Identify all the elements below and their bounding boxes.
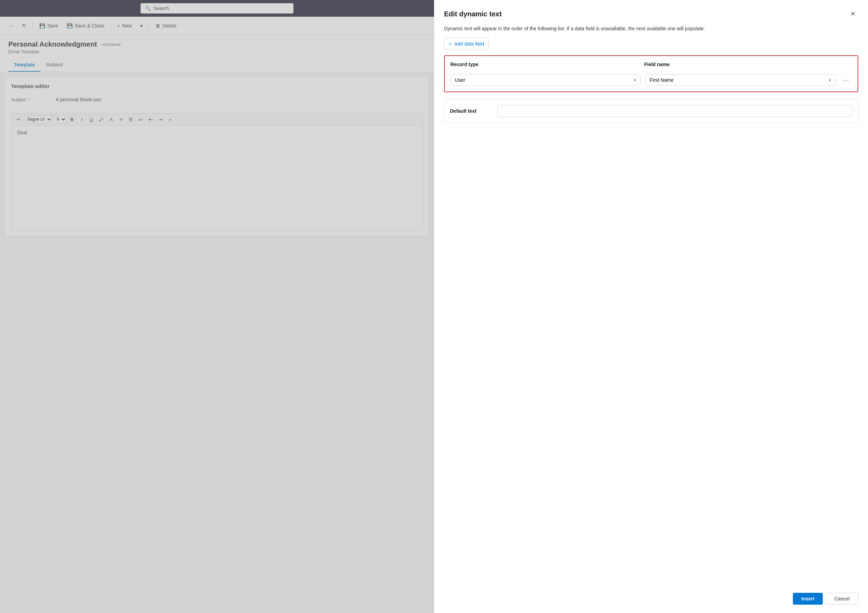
italic-button[interactable]: I xyxy=(78,116,86,123)
tab-related[interactable]: Related xyxy=(40,59,68,72)
modal-footer: Insert Cancel xyxy=(434,585,868,613)
page-title: Personal Acknowledgment xyxy=(8,40,97,48)
data-field-row: User ∨ First Name ∨ ··· xyxy=(450,74,852,86)
align-center-button[interactable]: ☰ xyxy=(127,116,135,123)
subject-field-row: Subject * A personal thank-you xyxy=(11,95,423,109)
unsaved-badge: - Unsaved xyxy=(100,42,120,47)
indent-decrease-button[interactable]: ⇤ xyxy=(146,116,155,123)
font-family-select[interactable]: Segoe UI xyxy=(24,115,52,123)
quote-button[interactable]: » xyxy=(166,116,174,123)
popout-icon: ⇱ xyxy=(22,23,26,28)
record-type-value: User xyxy=(455,77,465,83)
command-bar: ← ⇱ 💾 Save 💾 Save & Close + New ▾ 🗑 Dele… xyxy=(0,17,434,35)
tabs: Template Related xyxy=(8,59,426,72)
add-data-field-button[interactable]: + Add data field xyxy=(444,38,488,50)
delete-icon: 🗑 xyxy=(155,23,160,28)
editor-area: Template editor Subject * A personal tha… xyxy=(6,78,428,236)
field-name-chevron-icon: ∨ xyxy=(828,78,831,82)
required-star: * xyxy=(28,97,30,102)
page-subtitle: Email Template xyxy=(8,49,426,54)
data-field-container: Record type Field name User ∨ First Name… xyxy=(444,55,858,92)
page-header: Personal Acknowledgment - Unsaved Email … xyxy=(0,35,434,72)
search-text: Search xyxy=(154,6,169,11)
delete-label: Delete xyxy=(163,23,176,28)
delete-button[interactable]: 🗑 Delete xyxy=(152,21,180,31)
list-button[interactable]: ≔ xyxy=(136,116,145,123)
left-panel: 🔍 Search ← ⇱ 💾 Save 💾 Save & Close + New… xyxy=(0,0,434,613)
close-button[interactable]: ✕ xyxy=(847,8,858,20)
new-button[interactable]: + New xyxy=(114,21,135,31)
separator-3 xyxy=(149,22,149,30)
insert-button[interactable]: Insert xyxy=(793,593,823,605)
chevron-down-icon: ▾ xyxy=(140,23,143,28)
text-editor: ✏ Segoe UI 9 B I U 🖊 A ≡ ☰ ≔ ⇤ ⇥ » xyxy=(11,113,423,230)
top-nav: 🔍 Search xyxy=(0,0,434,17)
add-field-label: Add data field xyxy=(454,41,484,47)
save-icon: 💾 xyxy=(39,23,45,28)
bold-button[interactable]: B xyxy=(68,116,76,123)
save-close-button[interactable]: 💾 Save & Close xyxy=(63,21,108,31)
save-label: Save xyxy=(47,23,59,28)
record-type-header: Record type xyxy=(450,62,640,70)
modal-title: Edit dynamic text xyxy=(444,10,502,18)
new-label: New xyxy=(122,23,132,28)
record-type-chevron-icon: ∨ xyxy=(633,78,636,82)
back-button[interactable]: ← xyxy=(6,21,17,31)
editor-title: Template editor xyxy=(11,83,423,89)
save-button[interactable]: 💾 Save xyxy=(36,21,62,31)
modal-body: + Add data field Record type Field name … xyxy=(434,38,868,585)
default-text-input[interactable] xyxy=(497,105,852,117)
default-text-section: Default text xyxy=(444,99,858,123)
search-bar[interactable]: 🔍 Search xyxy=(141,3,293,14)
dropdown-button[interactable]: ▾ xyxy=(137,21,146,31)
editor-content[interactable]: Dear xyxy=(11,126,423,230)
underline-button[interactable]: U xyxy=(87,116,96,123)
toolbar: ✏ Segoe UI 9 B I U 🖊 A ≡ ☰ ≔ ⇤ ⇥ » xyxy=(11,113,423,126)
save-close-icon: 💾 xyxy=(67,23,73,28)
indent-increase-button[interactable]: ⇥ xyxy=(156,116,164,123)
popout-button[interactable]: ⇱ xyxy=(19,21,30,31)
record-type-dropdown[interactable]: User ∨ xyxy=(450,74,641,86)
default-text-label: Default text xyxy=(450,108,492,114)
modal-header: Edit dynamic text ✕ xyxy=(434,0,868,25)
paint-icon[interactable]: ✏ xyxy=(14,116,23,123)
plus-icon: + xyxy=(449,41,451,47)
data-field-header: Record type Field name xyxy=(450,62,852,70)
field-name-dropdown[interactable]: First Name ∨ xyxy=(645,74,836,86)
right-panel: Edit dynamic text ✕ Dynamic text will ap… xyxy=(434,0,868,613)
font-size-select[interactable]: 9 xyxy=(54,115,67,123)
search-icon: 🔍 xyxy=(145,6,151,11)
tab-template[interactable]: Template xyxy=(8,59,40,72)
align-left-button[interactable]: ≡ xyxy=(117,116,125,123)
field-name-value: First Name xyxy=(649,77,673,83)
modal-description: Dynamic text will appear in the order of… xyxy=(434,25,868,38)
back-icon: ← xyxy=(9,23,14,28)
field-name-header: Field name xyxy=(645,62,834,70)
page-title-row: Personal Acknowledgment - Unsaved xyxy=(8,40,426,48)
separator-1 xyxy=(33,22,33,30)
subject-label: Subject * xyxy=(11,97,53,102)
new-icon: + xyxy=(117,23,120,28)
cancel-button[interactable]: Cancel xyxy=(826,593,858,605)
highlight-button[interactable]: 🖊 xyxy=(97,116,106,123)
font-color-button[interactable]: A xyxy=(107,116,115,123)
subject-value[interactable]: A personal thank-you xyxy=(53,95,423,104)
save-close-label: Save & Close xyxy=(75,23,104,28)
more-options-button[interactable]: ··· xyxy=(840,75,852,85)
